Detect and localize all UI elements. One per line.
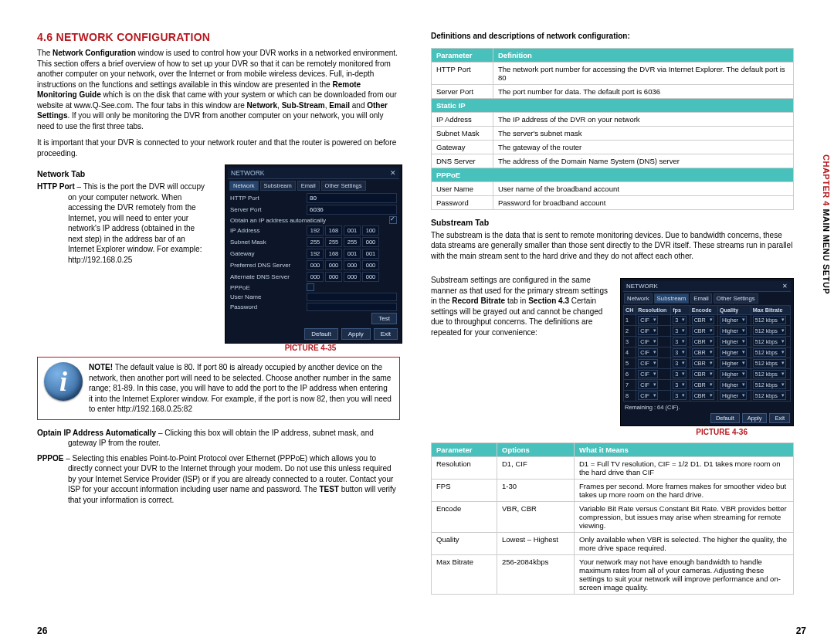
default-button[interactable]: Default	[304, 328, 337, 340]
obtain-ip-checkbox[interactable]	[389, 216, 397, 224]
td: Frames per second. More frames makes for…	[575, 480, 794, 502]
quality-select[interactable]: Higher	[717, 358, 751, 369]
td: 7	[624, 380, 636, 391]
encode-select[interactable]: CBR	[690, 380, 717, 391]
http-port-input[interactable]: 80	[307, 193, 397, 203]
th-meaning: What it Means	[575, 443, 794, 457]
exit-button[interactable]: Exit	[769, 413, 790, 423]
apply-button[interactable]: Apply	[742, 413, 768, 423]
close-icon[interactable]: ✕	[782, 283, 788, 290]
options-table: Parameter Options What it Means Resoluti…	[431, 442, 794, 595]
bitrate-select[interactable]: 512 kbps	[751, 315, 790, 326]
server-port-input[interactable]: 6036	[307, 205, 397, 215]
substream-tab-heading: Substream Tab	[431, 218, 794, 227]
fps-select[interactable]: 3	[671, 391, 690, 402]
encode-select[interactable]: CBR	[690, 358, 717, 369]
gateway-input[interactable]: 192168001001	[307, 249, 379, 259]
definitions-table: ParameterDefinition HTTP PortThe network…	[431, 48, 794, 210]
encode-select[interactable]: CBR	[690, 391, 717, 402]
bitrate-select[interactable]: 512 kbps	[751, 380, 790, 391]
fps-select[interactable]: 3	[671, 315, 690, 326]
quality-select[interactable]: Higher	[717, 315, 751, 326]
username-input[interactable]	[307, 293, 397, 301]
subnet-mask-input[interactable]: 255255255000	[307, 237, 379, 247]
tab-email[interactable]: Email	[297, 181, 320, 191]
bitrate-select[interactable]: 512 kbps	[751, 347, 790, 358]
http-port-item: HTTP Port – This is the port the DVR wil…	[37, 181, 211, 265]
fps-select[interactable]: 3	[671, 326, 690, 337]
apply-button[interactable]: Apply	[341, 328, 371, 340]
resolution-select[interactable]: CIF	[636, 391, 671, 402]
test-button[interactable]: Test	[371, 313, 397, 324]
tab-network[interactable]: Network	[229, 181, 259, 191]
th: fps	[671, 306, 690, 315]
td: DNS Server	[432, 154, 493, 168]
fps-select[interactable]: 3	[671, 380, 690, 391]
resolution-select[interactable]: CIF	[636, 347, 671, 358]
resolution-select[interactable]: CIF	[636, 315, 671, 326]
group-pppoe: PPPoE	[432, 168, 794, 181]
td: The server's subnet mask	[493, 126, 794, 140]
fps-select[interactable]: 3	[671, 347, 690, 358]
close-icon[interactable]: ✕	[390, 169, 396, 177]
dialog-title: NETWORK	[626, 283, 658, 290]
text-bold: Network	[247, 101, 277, 110]
td: D1 = Full TV resolution, CIF = 1/2 D1. D…	[575, 457, 794, 480]
bitrate-select[interactable]: 512 kbps	[751, 369, 790, 380]
exit-button[interactable]: Exit	[374, 328, 398, 340]
quality-select[interactable]: Higher	[717, 326, 751, 337]
pppoe-checkbox[interactable]	[307, 283, 314, 291]
quality-select[interactable]: Higher	[717, 391, 751, 402]
bitrate-select[interactable]: 512 kbps	[751, 326, 790, 337]
section-title: 4.6 NETWORK CONFIGURATION	[37, 31, 400, 43]
alt-dns-input[interactable]: 000000000000	[307, 272, 379, 282]
group-static-ip: Static IP	[432, 98, 794, 112]
text-bold: Network Configuration	[53, 49, 136, 57]
encode-select[interactable]: CBR	[690, 315, 717, 326]
td: Quality	[432, 533, 497, 555]
tab-network[interactable]: Network	[624, 293, 653, 303]
encode-select[interactable]: CBR	[690, 369, 717, 380]
quality-select[interactable]: Higher	[717, 369, 751, 380]
bitrate-select[interactable]: 512 kbps	[751, 391, 790, 402]
td: Password	[432, 195, 493, 209]
bitrate-select[interactable]: 512 kbps	[751, 358, 790, 369]
th-parameter: Parameter	[432, 48, 493, 62]
quality-select[interactable]: Higher	[717, 347, 751, 358]
text: . If you will only be monitoring the DVR…	[37, 111, 384, 130]
default-button[interactable]: Default	[710, 413, 740, 423]
fps-select[interactable]: 3	[671, 358, 690, 369]
ip-address-input[interactable]: 192168001100	[307, 225, 379, 236]
resolution-select[interactable]: CIF	[636, 369, 671, 380]
resolution-select[interactable]: CIF	[636, 358, 671, 369]
label: Preferred DNS Server	[230, 262, 303, 269]
intro-paragraph-1: The Network Configuration window is used…	[37, 48, 400, 131]
password-input[interactable]	[307, 303, 397, 311]
encode-select[interactable]: CBR	[690, 347, 717, 358]
page-number-left: 26	[37, 625, 47, 636]
encode-select[interactable]: CBR	[690, 326, 717, 337]
resolution-select[interactable]: CIF	[636, 326, 671, 337]
label: Password	[230, 303, 303, 310]
label: Alternate DNS Server	[230, 273, 303, 280]
td: VBR, CBR	[497, 502, 575, 533]
resolution-select[interactable]: CIF	[636, 380, 671, 391]
tab-email[interactable]: Email	[690, 293, 712, 303]
quality-select[interactable]: Higher	[717, 337, 751, 347]
td: Resolution	[432, 457, 497, 480]
resolution-select[interactable]: CIF	[636, 337, 671, 347]
fps-select[interactable]: 3	[671, 337, 690, 347]
tab-substream[interactable]: Substream	[654, 293, 690, 303]
tab-other[interactable]: Other Settings	[714, 293, 758, 303]
label: PPPoE	[230, 284, 303, 291]
tab-other[interactable]: Other Settings	[321, 181, 366, 191]
pref-dns-input[interactable]: 000000000000	[307, 260, 379, 270]
bitrate-select[interactable]: 512 kbps	[751, 337, 790, 347]
fps-select[interactable]: 3	[671, 369, 690, 380]
network-tab-heading: Network Tab	[37, 169, 211, 178]
quality-select[interactable]: Higher	[717, 380, 751, 391]
encode-select[interactable]: CBR	[690, 337, 717, 347]
note-box: NOTE! The default value is 80. If port 8…	[37, 357, 400, 420]
chapter-rest: MAIN MENU SETUP	[822, 206, 831, 294]
tab-substream[interactable]: Substream	[260, 181, 296, 191]
